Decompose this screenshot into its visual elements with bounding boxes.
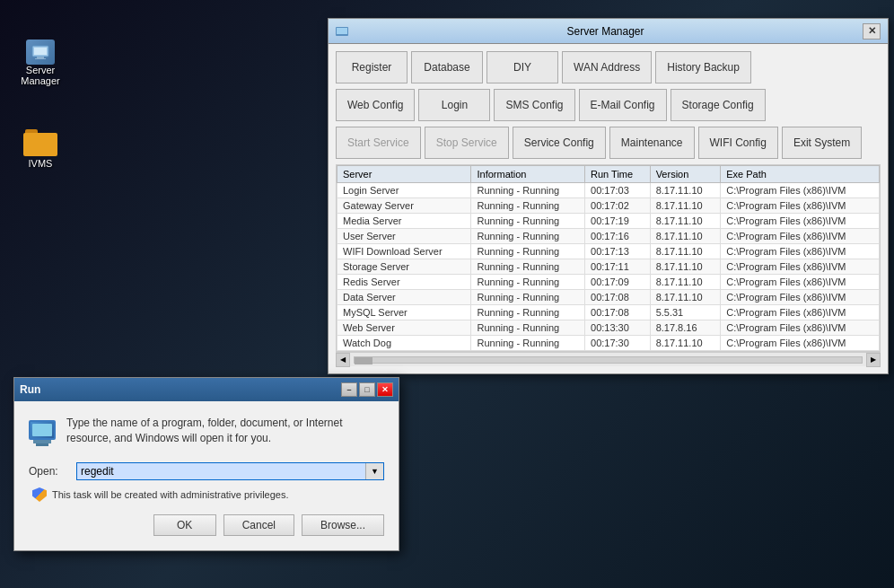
wifi-config-button[interactable]: WIFI Config (698, 127, 778, 159)
cell-server: Redis Server (337, 275, 471, 290)
table-row[interactable]: Gateway ServerRunning - Running00:17:028… (337, 198, 880, 214)
table-row[interactable]: Storage ServerRunning - Running00:17:118… (337, 259, 880, 275)
cell-version: 8.17.11.10 (650, 244, 721, 259)
scroll-track[interactable] (354, 356, 863, 364)
monitor-shape (29, 420, 56, 440)
cell-server: WIFI Download Server (337, 244, 471, 259)
server-manager-title: Server Manager (348, 25, 863, 38)
ivms-icon-img (23, 129, 57, 158)
run-maximize-button[interactable]: □ (359, 382, 375, 397)
cell-server: Gateway Server (337, 198, 471, 214)
run-dialog-titlebar: Run – □ ✕ (14, 378, 399, 401)
server-manager-icon-img (26, 39, 55, 65)
server-table-container: Server Information Run Time Version Exe … (336, 164, 881, 352)
svg-rect-1 (34, 48, 47, 55)
svg-rect-3 (35, 58, 46, 59)
cell-info: Running - Running (471, 229, 585, 244)
storage-config-button[interactable]: Storage Config (670, 89, 766, 121)
start-service-button[interactable]: Start Service (336, 127, 421, 159)
cell-version: 8.17.11.10 (650, 229, 721, 244)
table-row[interactable]: User ServerRunning - Running00:17:168.17… (337, 229, 880, 244)
run-dialog: Run – □ ✕ Type the name of a (13, 377, 399, 551)
cell-version: 8.17.11.10 (650, 336, 721, 351)
scroll-left-arrow[interactable]: ◀ (336, 353, 350, 367)
cell-path: C:\Program Files (x86)\IVM (721, 290, 880, 305)
cell-runtime: 00:17:02 (585, 198, 651, 214)
login-button[interactable]: Login (418, 89, 490, 121)
cell-info: Running - Running (471, 305, 585, 320)
run-ok-button[interactable]: OK (153, 514, 216, 536)
cell-version: 8.17.11.10 (650, 214, 721, 229)
cell-info: Running - Running (471, 214, 585, 229)
server-manager-titlebar: Server Manager ✕ (329, 19, 888, 44)
wan-address-button[interactable]: WAN Address (562, 51, 652, 83)
run-input-row: Open: ▼ (29, 462, 384, 480)
run-browse-button[interactable]: Browse... (302, 514, 384, 536)
server-table: Server Information Run Time Version Exe … (337, 165, 880, 351)
run-dialog-title: Run (20, 383, 40, 396)
sidebar-item-server-manager[interactable]: Server Manager (9, 36, 72, 90)
run-dialog-body: Type the name of a program, folder, docu… (14, 401, 399, 550)
table-row[interactable]: Login ServerRunning - Running00:17:038.1… (337, 183, 880, 198)
run-dropdown-button[interactable]: ▼ (365, 463, 383, 479)
cell-version: 8.17.11.10 (650, 198, 721, 214)
cell-info: Running - Running (471, 275, 585, 290)
table-row[interactable]: MySQL ServerRunning - Running00:17:085.5… (337, 305, 880, 320)
sms-config-button[interactable]: SMS Config (494, 89, 574, 121)
server-manager-label: Server Manager (13, 65, 68, 86)
table-row[interactable]: Web ServerRunning - Running00:13:308.17.… (337, 320, 880, 336)
server-manager-close-button[interactable]: ✕ (863, 23, 881, 39)
cell-version: 8.17.11.10 (650, 290, 721, 305)
table-row[interactable]: WIFI Download ServerRunning - Running00:… (337, 244, 880, 259)
maintenance-button[interactable]: Maintenance (609, 127, 695, 159)
email-config-button[interactable]: E-Mail Config (579, 89, 667, 121)
database-button[interactable]: Database (411, 51, 483, 83)
table-row[interactable]: Media ServerRunning - Running00:17:198.1… (337, 214, 880, 229)
cell-path: C:\Program Files (x86)\IVM (721, 198, 880, 214)
horizontal-scrollbar[interactable]: ◀ ▶ (336, 352, 881, 366)
run-description: Type the name of a program, folder, docu… (66, 416, 384, 446)
scroll-right-arrow[interactable]: ▶ (866, 353, 881, 367)
svg-rect-2 (37, 57, 44, 58)
cell-info: Running - Running (471, 320, 585, 336)
cell-path: C:\Program Files (x86)\IVM (721, 183, 880, 198)
server-manager-title-icon (336, 25, 348, 38)
cell-server: MySQL Server (337, 305, 471, 320)
table-row[interactable]: Data ServerRunning - Running00:17:088.17… (337, 290, 880, 305)
stop-service-button[interactable]: Stop Service (425, 127, 509, 159)
cell-path: C:\Program Files (x86)\IVM (721, 320, 880, 336)
run-titlebar-controls: – □ ✕ (341, 382, 393, 397)
cell-path: C:\Program Files (x86)\IVM (721, 244, 880, 259)
history-backup-button[interactable]: History Backup (655, 51, 751, 83)
cell-runtime: 00:17:13 (585, 244, 651, 259)
run-input-field[interactable] (77, 463, 365, 479)
cell-server: Web Server (337, 320, 471, 336)
service-config-button[interactable]: Service Config (513, 127, 606, 159)
cell-info: Running - Running (471, 183, 585, 198)
diy-button[interactable]: DIY (486, 51, 558, 83)
run-minimize-button[interactable]: – (341, 382, 357, 397)
exit-system-button[interactable]: Exit System (782, 127, 862, 159)
run-header: Type the name of a program, folder, docu… (29, 416, 384, 450)
run-cancel-button[interactable]: Cancel (224, 514, 294, 536)
register-button[interactable]: Register (336, 51, 408, 83)
cell-info: Running - Running (471, 290, 585, 305)
cell-server: Login Server (337, 183, 471, 198)
cell-server: Storage Server (337, 259, 471, 275)
sidebar-item-ivms[interactable]: IVMS (9, 126, 72, 172)
toolbar-row-1: Register Database DIY WAN Address Histor… (336, 51, 881, 83)
svg-rect-5 (337, 28, 347, 34)
run-computer-icon (29, 416, 56, 450)
web-config-button[interactable]: Web Config (336, 89, 415, 121)
run-close-button[interactable]: ✕ (377, 382, 393, 397)
table-row[interactable]: Redis ServerRunning - Running00:17:098.1… (337, 275, 880, 290)
cell-info: Running - Running (471, 259, 585, 275)
run-admin-text: This task will be created with administr… (52, 489, 289, 500)
cell-runtime: 00:17:16 (585, 229, 651, 244)
scroll-thumb[interactable] (355, 357, 372, 364)
server-manager-body: Register Database DIY WAN Address Histor… (329, 44, 888, 373)
cell-path: C:\Program Files (x86)\IVM (721, 214, 880, 229)
table-row[interactable]: Watch DogRunning - Running00:17:308.17.1… (337, 336, 880, 351)
cell-runtime: 00:17:30 (585, 336, 651, 351)
cell-version: 8.17.8.16 (650, 320, 721, 336)
